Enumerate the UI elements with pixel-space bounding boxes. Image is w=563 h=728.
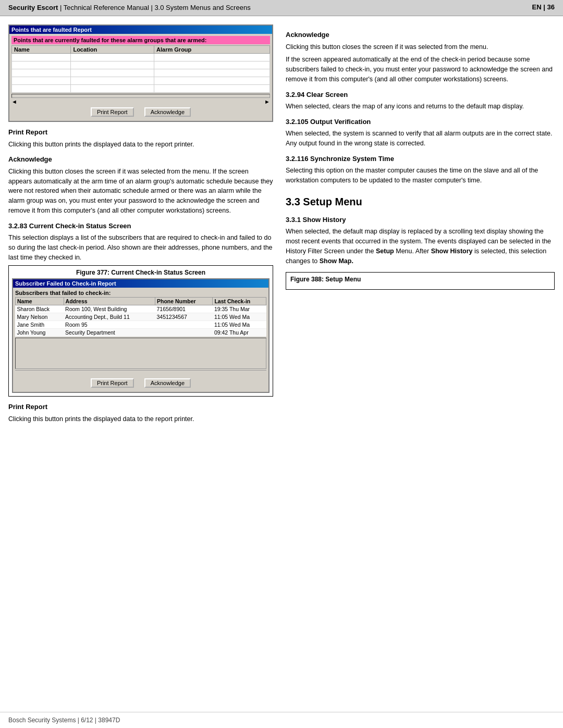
header-title-rest: | Technical Reference Manual | 3.0 Syste…: [58, 4, 250, 11]
section-2116: 3.2.116 Synchronize System Time Selectin…: [286, 154, 555, 186]
figure-388-title: Figure 388: Setup Menu: [290, 275, 550, 284]
section-2116-title: 3.2.116 Synchronize System Time: [286, 154, 555, 164]
page-header: Security Escort | Technical Reference Ma…: [0, 0, 563, 16]
show-history-bold: Show History: [431, 248, 473, 255]
section-294-text: When selected, clears the map of any ico…: [286, 102, 555, 112]
header-title-bold: Security Escort: [8, 4, 58, 11]
checkin-cell-name: Jane Smith: [16, 321, 64, 329]
checkin-cell-address: Room 100, West Building: [64, 305, 155, 313]
checkin-col-phone: Phone Number: [155, 298, 212, 305]
print-report-text-2: Clicking this button prints the displaye…: [8, 414, 273, 424]
checkin-print-btn[interactable]: Print Report: [91, 378, 134, 388]
section-3283: 3.2.83 Current Check-in Status Screen Th…: [8, 221, 273, 263]
faulted-report-dialog: Points that are faulted Report Points th…: [8, 24, 273, 122]
figure-388-box: Figure 388: Setup Menu: [286, 272, 555, 290]
checkin-dialog: Subscriber Failed to Check-in Report Sub…: [12, 278, 270, 393]
acknowledge-text-1: Clicking this button closes the screen i…: [8, 167, 273, 216]
setup-bold: Setup: [376, 248, 394, 255]
print-report-section-2: Print Report Clicking this button prints…: [8, 402, 273, 424]
checkin-cell-last: 11:05 Wed Ma: [213, 321, 266, 329]
checkin-cell-last: 11:05 Wed Ma: [213, 313, 266, 321]
checkin-cell-phone: [155, 321, 212, 329]
acknowledge-title-right: Acknowledge: [286, 30, 555, 40]
main-content: Points that are faulted Report Points th…: [0, 16, 563, 712]
left-column: Points that are faulted Report Points th…: [8, 24, 282, 704]
section-2105-text: When selected, the system is scanned to …: [286, 129, 555, 149]
header-page-number: EN | 36: [532, 3, 555, 11]
checkin-cell-name: Mary Nelson: [16, 313, 64, 321]
section-331: 3.3.1 Show History When selected, the de…: [286, 215, 555, 266]
acknowledge-section-1: Acknowledge Clicking this button closes …: [8, 154, 273, 215]
col-name: Name: [12, 46, 71, 54]
checkin-cell-address: Security Department: [64, 329, 155, 337]
checkin-cell-name: John Young: [16, 329, 64, 337]
col-location: Location: [71, 46, 154, 54]
section-33: 3.3 Setup Menu: [286, 194, 555, 209]
show-map-bold: Show Map.: [320, 257, 353, 265]
figure-377-title: Figure 377: Current Check-in Status Scre…: [12, 269, 270, 276]
checkin-cell-phone: 71656/8901: [155, 305, 212, 313]
section-33-title: 3.3 Setup Menu: [286, 194, 555, 209]
page-wrapper: Security Escort | Technical Reference Ma…: [0, 0, 563, 728]
acknowledge-section-right: Acknowledge Clicking this button closes …: [286, 30, 555, 84]
section-2105: 3.2.105 Output Verification When selecte…: [286, 117, 555, 149]
checkin-table: Name Address Phone Number Last Check-in …: [15, 297, 266, 337]
checkin-cell-last: 19:35 Thu Mar: [213, 305, 266, 313]
section-3283-text: This selection displays a list of the su…: [8, 233, 273, 262]
checkin-label: Subscribers that failed to check-in:: [15, 290, 266, 296]
right-column: Acknowledge Clicking this button closes …: [282, 24, 555, 704]
print-report-section-1: Print Report Clicking this button prints…: [8, 127, 273, 149]
faulted-report-titlebar: Points that are faulted Report: [9, 26, 272, 34]
checkin-content: Subscribers that failed to check-in: Nam…: [13, 288, 268, 392]
checkin-cell-last: 09:42 Thu Apr: [213, 329, 266, 337]
checkin-cell-address: Room 95: [64, 321, 155, 329]
header-title: Security Escort | Technical Reference Ma…: [8, 3, 251, 13]
faulted-report-pink-header: Points that are currently faulted for th…: [11, 36, 270, 44]
page-footer: Bosch Security Systems | 6/12 | 38947D: [0, 712, 563, 728]
checkin-col-name: Name: [16, 298, 64, 305]
checkin-cell-phone: [155, 329, 212, 337]
col-alarm-group: Alarm Group: [154, 46, 270, 54]
checkin-col-address: Address: [64, 298, 155, 305]
checkin-acknowledge-btn[interactable]: Acknowledge: [144, 378, 191, 388]
acknowledge-text-right-1: Clicking this button closes the screen i…: [286, 42, 555, 52]
print-report-text-1: Clicking this button prints the displaye…: [8, 140, 273, 150]
acknowledge-btn-1[interactable]: Acknowledge: [144, 107, 191, 117]
acknowledge-text-right-2: If the screen appeared automatically at …: [286, 55, 555, 84]
checkin-cell-address: Accounting Dept., Build 11: [64, 313, 155, 321]
footer-text: Bosch Security Systems | 6/12 | 38947D: [8, 717, 120, 724]
checkin-cell-name: Sharon Black: [16, 305, 64, 313]
faulted-report-table: Name Location Alarm Group: [11, 45, 270, 93]
checkin-horiz-scroll: [15, 370, 266, 376]
checkin-scrollbar-area: [15, 338, 266, 369]
print-report-title-1: Print Report: [8, 127, 273, 138]
section-294-title: 3.2.94 Clear Screen: [286, 90, 555, 100]
checkin-cell-phone: 3451234567: [155, 313, 212, 321]
figure-377-box: Figure 377: Current Check-in Status Scre…: [8, 265, 273, 397]
faulted-report-content: Points that are currently faulted for th…: [9, 34, 272, 121]
section-3283-title: 3.2.83 Current Check-in Status Screen: [8, 221, 273, 231]
section-331-title: 3.3.1 Show History: [286, 215, 555, 225]
empty-row: [12, 54, 71, 61]
checkin-col-last: Last Check-in: [213, 298, 266, 305]
acknowledge-title-1: Acknowledge: [8, 154, 273, 165]
faulted-report-buttons: Print Report Acknowledge: [11, 105, 270, 119]
section-331-text: When selected, the default map display i…: [286, 227, 555, 266]
section-294: 3.2.94 Clear Screen When selected, clear…: [286, 90, 555, 112]
checkin-titlebar: Subscriber Failed to Check-in Report: [13, 279, 268, 288]
section-2116-text: Selecting this option on the master comp…: [286, 166, 555, 186]
print-report-btn-1[interactable]: Print Report: [91, 107, 134, 117]
print-report-title-2: Print Report: [8, 402, 273, 412]
section-2105-title: 3.2.105 Output Verification: [286, 117, 555, 127]
checkin-dialog-buttons: Print Report Acknowledge: [15, 376, 266, 390]
